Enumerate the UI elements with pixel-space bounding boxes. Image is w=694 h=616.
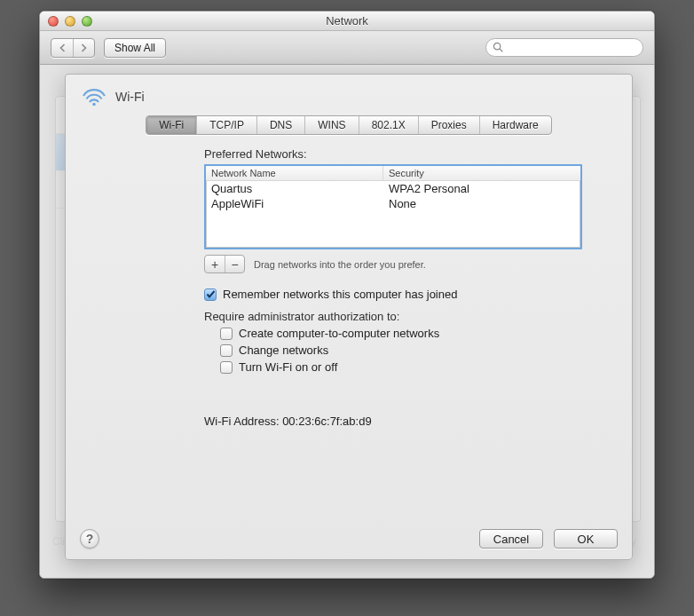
tab-wifi[interactable]: Wi-Fi	[146, 116, 196, 134]
require-create-adhoc-label: Create computer-to-computer networks	[239, 327, 439, 340]
checkmark-icon	[206, 289, 216, 299]
cancel-button[interactable]: Cancel	[479, 529, 543, 549]
help-button[interactable]: ?	[80, 529, 99, 549]
table-row[interactable]: Quartus WPA2 Personal	[206, 181, 580, 196]
wifi-address-label: Wi-Fi Address:	[204, 415, 280, 428]
tab-proxies[interactable]: Proxies	[418, 116, 479, 134]
search-wrap	[485, 38, 643, 57]
col-network-name[interactable]: Network Name	[206, 166, 383, 180]
sheet-content: Preferred Networks: Network Name Securit…	[66, 147, 632, 428]
titlebar: Network	[40, 12, 654, 31]
chevron-right-icon	[80, 43, 88, 52]
tab-wins[interactable]: WINS	[304, 116, 358, 134]
tab-hardware[interactable]: Hardware	[479, 116, 551, 134]
cell-network-name: AppleWiFi	[206, 196, 383, 211]
remember-networks-label: Remember networks this computer has join…	[223, 288, 457, 301]
require-toggle-wifi-label: Turn Wi-Fi on or off	[239, 360, 337, 374]
search-input[interactable]	[485, 38, 643, 57]
svg-point-0	[493, 43, 500, 49]
require-toggle-wifi-checkbox[interactable]	[220, 361, 233, 374]
col-security[interactable]: Security	[383, 166, 580, 180]
require-change-networks-label: Change networks	[239, 344, 328, 357]
preferred-networks-table[interactable]: Network Name Security Quartus WPA2 Perso…	[204, 164, 582, 249]
show-all-label: Show All	[114, 42, 155, 54]
toolbar: Show All	[40, 31, 654, 65]
cell-network-name: Quartus	[206, 181, 383, 196]
add-remove-controls: + −	[204, 255, 245, 273]
remove-network-button[interactable]: −	[225, 256, 244, 272]
cancel-label: Cancel	[493, 533, 529, 546]
require-create-adhoc-checkbox[interactable]	[220, 328, 233, 340]
require-change-networks-checkbox[interactable]	[220, 344, 233, 357]
nav-history	[51, 38, 95, 58]
reorder-hint: Drag networks into the order you prefer.	[254, 259, 426, 270]
network-preferences-window: Network Show All Location: Automatic	[39, 11, 655, 579]
cell-security: None	[383, 196, 580, 211]
chevron-left-icon	[59, 43, 67, 52]
svg-point-2	[92, 103, 96, 107]
tab-tcpip[interactable]: TCP/IP	[196, 116, 256, 134]
wifi-address-value: 00:23:6c:7f:ab:d9	[282, 415, 371, 428]
sheet-title: Wi-Fi	[115, 90, 145, 104]
svg-line-1	[500, 49, 502, 51]
wifi-advanced-sheet: Wi-Fi Wi-Fi TCP/IP DNS WINS 802.1X Proxi…	[65, 74, 633, 560]
search-icon	[492, 41, 504, 53]
wifi-address: Wi-Fi Address: 00:23:6c:7f:ab:d9	[204, 415, 593, 428]
ok-button[interactable]: OK	[554, 529, 618, 549]
wifi-icon	[82, 87, 106, 107]
back-button[interactable]	[51, 39, 73, 57]
tab-dns[interactable]: DNS	[256, 116, 304, 134]
table-row[interactable]: AppleWiFi None	[206, 196, 580, 211]
sheet-footer: ? Cancel OK	[66, 518, 632, 559]
window-title: Network	[40, 14, 654, 28]
table-header: Network Name Security	[206, 166, 580, 181]
cell-security: WPA2 Personal	[383, 181, 580, 196]
remember-networks-checkbox[interactable]	[204, 288, 217, 301]
add-network-button[interactable]: +	[205, 256, 225, 272]
show-all-button[interactable]: Show All	[104, 38, 166, 58]
tab-8021x[interactable]: 802.1X	[359, 116, 418, 134]
forward-button[interactable]	[73, 39, 94, 57]
ok-label: OK	[578, 533, 595, 546]
sheet-header: Wi-Fi	[66, 75, 632, 112]
tab-bar: Wi-Fi TCP/IP DNS WINS 802.1X Proxies Har…	[82, 115, 616, 135]
preferred-networks-label: Preferred Networks:	[204, 147, 593, 161]
require-auth-label: Require administrator authorization to:	[204, 310, 593, 323]
